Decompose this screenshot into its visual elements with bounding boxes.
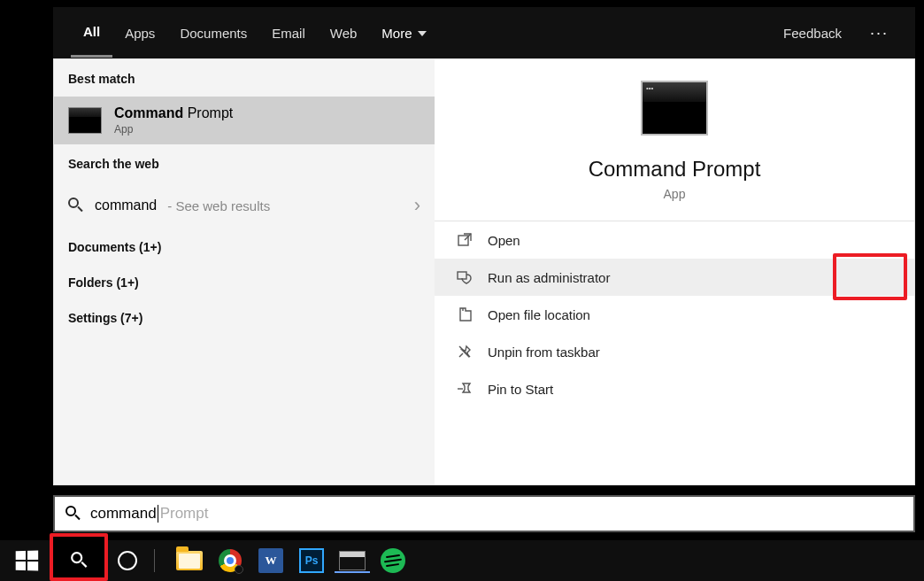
action-pin-to-start[interactable]: Pin to Start <box>435 370 914 407</box>
taskbar-app-terminal[interactable] <box>339 547 366 574</box>
action-open-label: Open <box>488 233 520 248</box>
best-match-result[interactable]: Command Prompt App <box>54 97 435 144</box>
windows-logo-icon <box>16 551 38 571</box>
search-filter-tabs: All Apps Documents Email Web More Feedba… <box>53 7 915 58</box>
action-open-file-location[interactable]: Open file location <box>435 296 914 333</box>
file-explorer-icon <box>176 551 203 570</box>
command-prompt-large-icon: ••• <box>641 81 708 136</box>
svg-rect-1 <box>458 272 466 279</box>
more-options-button[interactable]: ··· <box>861 15 897 51</box>
taskbar-app-chrome[interactable] <box>217 547 243 574</box>
taskbar-app-spotify[interactable] <box>380 547 406 574</box>
best-match-header: Best match <box>54 59 435 97</box>
group-settings[interactable]: Settings (7+) <box>54 300 435 336</box>
chevron-down-icon <box>418 31 427 36</box>
chevron-right-icon: › <box>414 194 420 217</box>
action-unpin-label: Unpin from taskbar <box>488 345 600 360</box>
action-unpin-from-taskbar[interactable]: Unpin from taskbar <box>435 333 914 370</box>
group-documents[interactable]: Documents (1+) <box>54 229 435 265</box>
svg-rect-0 <box>458 236 468 245</box>
taskbar-app-file-explorer[interactable] <box>176 547 203 574</box>
search-results-panel: Best match Command Prompt App Search the… <box>53 58 915 485</box>
action-list: Open Run as administrator Open <box>435 221 914 407</box>
word-icon: W <box>258 548 283 573</box>
web-hint: - See web results <box>167 198 270 213</box>
shield-icon <box>456 268 474 286</box>
action-run-admin-label: Run as administrator <box>488 270 610 285</box>
pin-icon <box>456 380 474 398</box>
action-open-loc-label: Open file location <box>488 307 590 322</box>
web-term: command <box>95 198 157 213</box>
tab-email[interactable]: Email <box>259 10 318 57</box>
detail-subtitle: App <box>664 187 686 201</box>
search-icon <box>68 198 84 213</box>
action-run-as-administrator[interactable]: Run as administrator <box>435 259 914 296</box>
chrome-icon <box>219 549 242 572</box>
search-input[interactable]: commandPrompt <box>53 495 915 532</box>
spotify-icon <box>381 548 405 573</box>
action-pin-start-label: Pin to Start <box>488 382 553 397</box>
tab-more-label: More <box>381 26 412 41</box>
taskbar-app-word[interactable]: W <box>258 547 284 574</box>
tab-more[interactable]: More <box>369 10 438 57</box>
cortana-icon <box>118 551 137 570</box>
tab-apps[interactable]: Apps <box>112 10 167 57</box>
cortana-button[interactable] <box>106 540 149 581</box>
active-app-indicator <box>335 571 370 573</box>
result-detail-pane: ••• Command Prompt App Open Run <box>435 59 914 484</box>
taskbar: W Ps <box>0 540 924 581</box>
command-prompt-icon <box>68 107 102 134</box>
feedback-link[interactable]: Feedback <box>780 10 845 57</box>
taskbar-app-photoshop[interactable]: Ps <box>298 547 325 574</box>
unpin-icon <box>456 343 474 360</box>
search-icon <box>65 506 81 522</box>
tab-web[interactable]: Web <box>318 10 370 57</box>
search-input-value: commandPrompt <box>90 505 208 523</box>
tab-documents[interactable]: Documents <box>167 10 259 57</box>
web-result-row[interactable]: command - See web results › <box>54 182 435 229</box>
tab-all[interactable]: All <box>71 8 112 58</box>
detail-title: Command Prompt <box>589 157 761 182</box>
results-list-pane: Best match Command Prompt App Search the… <box>54 59 435 484</box>
best-match-subtitle: App <box>114 123 233 136</box>
search-icon <box>71 552 89 569</box>
group-folders[interactable]: Folders (1+) <box>54 265 435 300</box>
start-button[interactable] <box>0 540 53 581</box>
taskbar-search-button[interactable] <box>53 540 106 581</box>
terminal-icon <box>339 551 366 570</box>
action-open[interactable]: Open <box>435 221 914 259</box>
folder-icon <box>456 306 474 323</box>
taskbar-separator <box>154 549 155 572</box>
search-web-header: Search the web <box>54 144 435 182</box>
open-icon <box>456 231 474 249</box>
photoshop-icon: Ps <box>299 548 324 573</box>
best-match-title: Command Prompt <box>114 105 233 121</box>
